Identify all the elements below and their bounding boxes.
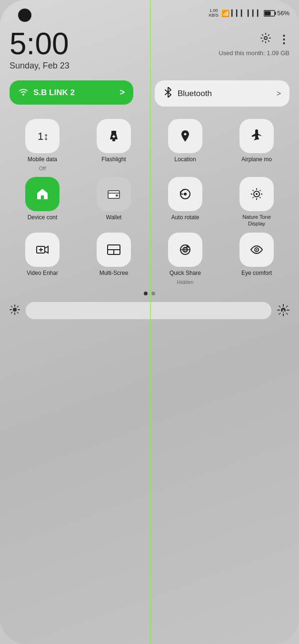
bluetooth-tile-arrow: > — [277, 89, 281, 98]
battery-svg — [264, 10, 276, 17]
location-icon — [178, 129, 192, 143]
tile-btn-flashlight[interactable] — [97, 119, 131, 153]
tile-eye-comfort[interactable]: Eye comfort — [224, 233, 289, 285]
tile-sublabel-mobile-data: Off — [39, 166, 46, 171]
svg-line-18 — [259, 197, 260, 198]
tiles-grid: 1↕ Mobile data Off — [10, 119, 289, 285]
mobile-data-icon: 1↕ — [35, 128, 50, 144]
svg-line-48 — [286, 306, 288, 307]
home-icon — [35, 187, 50, 201]
svg-line-40 — [11, 312, 12, 313]
tile-label-eye-comfort: Eye comfort — [241, 270, 272, 276]
svg-point-21 — [256, 193, 258, 195]
svg-rect-2 — [264, 11, 270, 15]
signal-icon: ▎▎▎ — [231, 10, 246, 17]
tile-device-control[interactable]: Device cont — [10, 177, 75, 226]
tile-btn-airplane[interactable] — [239, 119, 274, 153]
wifi-tile[interactable]: S.B LINK 2 > — [10, 80, 133, 105]
tile-label-wallet: Wallet — [106, 214, 122, 221]
svg-line-49 — [279, 313, 280, 314]
battery-percent: 56% — [277, 10, 289, 17]
wifi-tile-icon — [18, 87, 29, 98]
bluetooth-tile[interactable]: Bluetooth > — [155, 80, 289, 107]
tile-multi-screen[interactable]: Multi-Scree — [81, 233, 147, 285]
svg-point-31 — [256, 249, 258, 250]
tile-btn-nature-tone[interactable] — [239, 177, 274, 211]
brightness-row: A — [10, 302, 289, 319]
svg-line-20 — [253, 197, 254, 198]
flashlight-icon — [107, 129, 121, 143]
svg-line-37 — [11, 306, 12, 307]
tile-airplane[interactable]: Airplane mo — [224, 119, 289, 171]
more-options-icon[interactable]: ⋮ — [278, 33, 289, 46]
brightness-auto-icon[interactable]: A — [277, 304, 289, 318]
wifi-icon: 📶 — [221, 10, 229, 17]
brightness-slider[interactable] — [26, 302, 271, 319]
tile-label-video-enhance: Video Enhar — [27, 270, 58, 276]
date-label: Sunday, Feb 23 — [10, 61, 70, 71]
svg-point-32 — [13, 308, 17, 312]
tile-label-device-control: Device cont — [28, 214, 58, 221]
time-section: 5:00 Sunday, Feb 23 — [10, 29, 70, 71]
page-dot-1[interactable] — [144, 292, 148, 295]
multi-screen-icon — [107, 243, 121, 257]
tile-btn-mobile-data[interactable]: 1↕ — [25, 119, 60, 153]
tile-wallet[interactable]: Wallet — [81, 177, 147, 226]
svg-rect-1 — [275, 12, 276, 15]
bluetooth-tile-label: Bluetooth — [178, 89, 212, 98]
tile-btn-multi-screen[interactable] — [97, 233, 131, 267]
svg-text:1↕: 1↕ — [38, 130, 49, 142]
content-area: 5:00 Sunday, Feb 23 ⋮ Used this month: 1… — [0, 0, 299, 644]
brightness-min-icon — [10, 304, 20, 317]
clock: 5:00 — [10, 29, 70, 59]
tile-flashlight[interactable]: Flashlight — [81, 119, 147, 171]
nature-tone-icon — [249, 187, 264, 201]
tile-btn-video-enhance[interactable] — [25, 233, 60, 267]
tile-label-flashlight: Flashlight — [101, 156, 126, 163]
top-tiles-row: S.B LINK 2 > Bluetooth > — [10, 80, 289, 114]
video-enhance-icon — [35, 243, 50, 257]
tile-btn-auto-rotate[interactable] — [168, 177, 202, 211]
tile-btn-device-control[interactable] — [25, 177, 60, 211]
camera-hole — [18, 9, 31, 22]
right-header: ⋮ Used this month: 1.09 GB — [219, 29, 289, 57]
tile-label-airplane: Airplane mo — [241, 156, 272, 163]
tile-label-multi-screen: Multi-Scree — [100, 270, 129, 276]
tile-mobile-data[interactable]: 1↕ Mobile data Off — [10, 119, 75, 171]
tile-label-nature-tone: Nature ToneDisplay — [242, 214, 271, 226]
tile-btn-location[interactable] — [168, 119, 202, 153]
tile-auto-rotate[interactable]: Auto rotate — [152, 177, 218, 226]
tile-label-quick-share: Quick Share — [169, 270, 201, 276]
bluetooth-tile-icon — [163, 87, 173, 100]
tile-btn-eye-comfort[interactable] — [239, 233, 274, 267]
svg-point-3 — [264, 37, 267, 39]
svg-line-46 — [279, 306, 280, 307]
tile-label-auto-rotate: Auto rotate — [171, 214, 199, 221]
signal-icon2: ▎▎▎ — [248, 10, 262, 17]
settings-icon[interactable] — [260, 32, 271, 47]
svg-rect-6 — [112, 139, 115, 141]
eye-comfort-icon — [249, 243, 264, 257]
quick-share-icon — [178, 243, 192, 257]
header-icons: ⋮ — [260, 32, 289, 47]
tile-btn-quick-share[interactable] — [168, 233, 202, 267]
page-dot-2[interactable] — [151, 292, 155, 295]
network-speed: 1.00KB/S — [209, 9, 219, 18]
data-usage-label: Used this month: 1.09 GB — [219, 49, 289, 57]
tile-btn-wallet[interactable] — [97, 177, 131, 211]
tile-quick-share[interactable]: Quick Share Hidden — [152, 233, 218, 285]
svg-text:A: A — [282, 309, 285, 313]
auto-rotate-icon — [178, 187, 192, 201]
header-row: 5:00 Sunday, Feb 23 ⋮ Used this month: 1… — [10, 29, 289, 71]
svg-line-47 — [286, 313, 288, 314]
page-dots — [10, 292, 289, 295]
tile-sublabel-quick-share: Hidden — [177, 279, 194, 285]
svg-point-11 — [184, 193, 187, 195]
svg-line-17 — [253, 190, 254, 191]
phone-frame: 1.00KB/S 📶 ▎▎▎ ▎▎▎ 56% 5:00 Sunday, Feb … — [0, 0, 299, 644]
tiles-section: 1↕ Mobile data Off — [10, 119, 289, 285]
tile-nature-tone[interactable]: Nature ToneDisplay — [224, 177, 289, 226]
tile-location[interactable]: Location — [152, 119, 218, 171]
tile-label-location: Location — [174, 156, 196, 163]
tile-video-enhance[interactable]: Video Enhar — [10, 233, 75, 285]
